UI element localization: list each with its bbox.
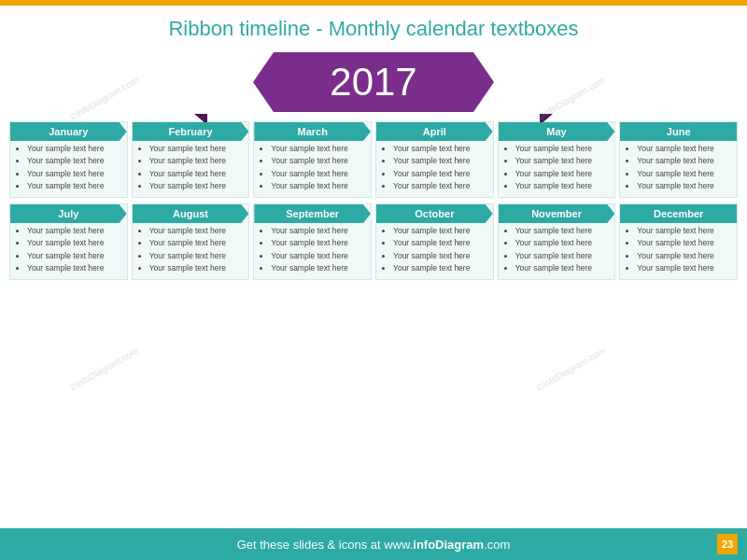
list-item: Your sample text here [27,144,123,154]
list-item: Your sample text here [271,238,367,248]
list-item: Your sample text here [515,251,612,261]
month-header-january: January [10,122,127,141]
month-box-august: AugustYour sample text hereYour sample t… [132,203,250,280]
list-item: Your sample text here [27,263,123,273]
month-header-july: July [10,204,127,223]
month-box-april: AprilYour sample text hereYour sample te… [375,121,494,198]
month-content-september: Your sample text hereYour sample text he… [254,223,371,279]
bottom-bar: Get these slides & icons at www.infoDiag… [0,528,747,560]
list-item: Your sample text here [149,169,246,179]
month-box-november: NovemberYour sample text hereYour sample… [498,203,616,280]
list-item: Your sample text here [393,226,489,236]
list-item: Your sample text here [27,181,123,191]
page-number: 23 [717,534,738,554]
list-item: Your sample text here [393,263,489,273]
ribbon-container: 2017 [0,50,747,114]
list-item: Your sample text here [515,156,612,166]
list-item: Your sample text here [393,251,489,261]
list-item: Your sample text here [271,156,367,166]
month-header-november: November [499,204,615,223]
list-item: Your sample text here [27,156,123,166]
list-item: Your sample text here [271,251,367,261]
list-item: Your sample text here [637,263,733,273]
month-content-march: Your sample text hereYour sample text he… [254,141,371,197]
list-item: Your sample text here [149,144,246,154]
list-item: Your sample text here [149,238,246,248]
list-item: Your sample text here [271,181,367,191]
month-box-march: MarchYour sample text hereYour sample te… [253,121,372,198]
month-box-december: DecemberYour sample text hereYour sample… [619,203,738,280]
list-item: Your sample text here [637,156,733,166]
month-header-september: September [254,204,371,223]
calendar-row-2: JulyYour sample text hereYour sample tex… [9,203,738,280]
list-item: Your sample text here [637,144,733,154]
list-item: Your sample text here [149,156,246,166]
month-box-june: JuneYour sample text hereYour sample tex… [619,121,738,198]
list-item: Your sample text here [149,181,246,191]
footer-end: .com [484,538,510,552]
page-title: Ribbon timeline - Monthly calendar textb… [0,6,747,47]
month-box-february: FebruaryYour sample text hereYour sample… [132,121,250,198]
list-item: Your sample text here [637,169,733,179]
list-item: Your sample text here [515,263,612,273]
month-content-january: Your sample text hereYour sample text he… [10,141,127,197]
month-header-december: December [620,204,737,223]
list-item: Your sample text here [27,169,123,179]
month-header-october: October [376,204,493,223]
list-item: Your sample text here [271,144,367,154]
list-item: Your sample text here [637,238,733,248]
list-item: Your sample text here [27,251,123,261]
list-item: Your sample text here [515,181,612,191]
list-item: Your sample text here [271,263,367,273]
month-content-may: Your sample text hereYour sample text he… [499,141,615,197]
footer-text: Get these slides & icons at www.infoDiag… [237,538,511,552]
month-header-april: April [376,122,493,141]
list-item: Your sample text here [149,226,246,236]
month-content-october: Your sample text hereYour sample text he… [376,223,493,279]
month-header-august: August [133,204,249,223]
month-content-june: Your sample text hereYour sample text he… [620,141,737,197]
list-item: Your sample text here [393,238,489,248]
list-item: Your sample text here [393,156,489,166]
list-item: Your sample text here [393,144,489,154]
footer-bold: infoDiagram [413,538,484,552]
list-item: Your sample text here [515,226,612,236]
list-item: Your sample text here [149,263,246,273]
list-item: Your sample text here [271,226,367,236]
month-box-may: MayYour sample text hereYour sample text… [498,121,616,198]
list-item: Your sample text here [515,238,612,248]
month-box-january: JanuaryYour sample text hereYour sample … [9,121,128,198]
list-item: Your sample text here [27,226,123,236]
month-content-july: Your sample text hereYour sample text he… [10,223,127,279]
month-box-september: SeptemberYour sample text hereYour sampl… [253,203,372,280]
month-content-december: Your sample text hereYour sample text he… [620,223,737,279]
calendar-section: JanuaryYour sample text hereYour sample … [0,121,747,280]
month-content-april: Your sample text hereYour sample text he… [376,141,493,197]
month-header-june: June [620,122,737,141]
month-content-august: Your sample text hereYour sample text he… [133,223,249,279]
watermark: ©infoDiagram.com [68,345,140,393]
list-item: Your sample text here [515,144,612,154]
month-header-february: February [133,122,249,141]
list-item: Your sample text here [637,181,733,191]
list-item: Your sample text here [271,169,367,179]
watermark: ©infoDiagram.com [535,345,607,393]
list-item: Your sample text here [27,238,123,248]
year-text: 2017 [330,60,416,105]
calendar-row-1: JanuaryYour sample text hereYour sample … [9,121,738,198]
list-item: Your sample text here [393,169,489,179]
list-item: Your sample text here [149,251,246,261]
month-header-may: May [499,122,615,141]
month-header-march: March [254,122,371,141]
list-item: Your sample text here [637,251,733,261]
list-item: Your sample text here [515,169,612,179]
month-content-november: Your sample text hereYour sample text he… [499,223,615,279]
month-box-october: OctoberYour sample text hereYour sample … [375,203,494,280]
year-ribbon: 2017 [274,52,472,112]
month-content-february: Your sample text hereYour sample text he… [133,141,249,197]
list-item: Your sample text here [393,181,489,191]
footer-normal: Get these slides & icons at www. [237,538,414,552]
list-item: Your sample text here [637,226,733,236]
month-box-july: JulyYour sample text hereYour sample tex… [9,203,128,280]
